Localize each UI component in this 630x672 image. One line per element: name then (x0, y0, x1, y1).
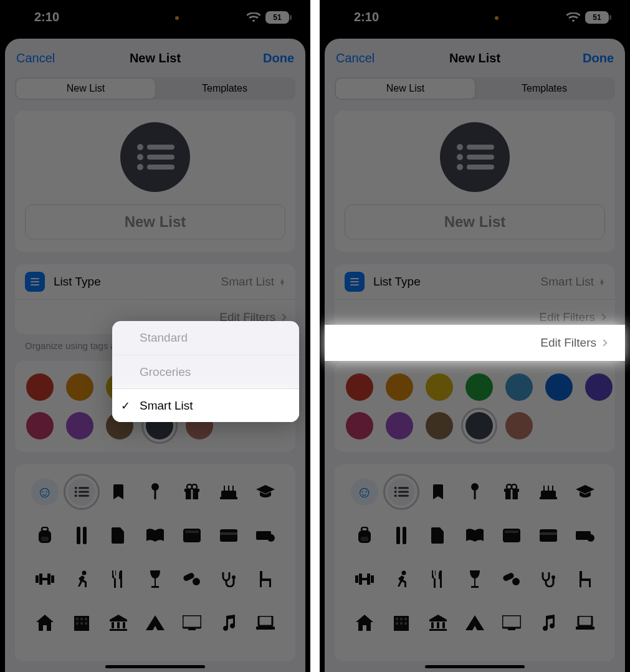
dumbbell-icon[interactable] (31, 565, 59, 593)
fork-knife-icon[interactable] (424, 565, 452, 593)
done-button[interactable]: Done (571, 39, 625, 77)
graduation-icon[interactable] (571, 478, 599, 506)
color-violet[interactable] (386, 412, 413, 439)
pills-icon[interactable] (498, 565, 525, 593)
bookmark-icon[interactable] (105, 478, 132, 506)
pills-icon[interactable] (178, 565, 206, 593)
music-icon[interactable] (215, 609, 242, 636)
tv-icon[interactable] (178, 609, 206, 636)
svg-point-11 (74, 491, 77, 493)
menu-item-standard[interactable]: Standard (112, 321, 299, 355)
book-icon[interactable] (461, 522, 489, 549)
house-icon[interactable] (351, 609, 378, 636)
list-icon[interactable] (388, 478, 415, 506)
color-pink[interactable] (346, 412, 373, 439)
building-icon[interactable] (388, 609, 415, 636)
menu-item-groceries[interactable]: Groceries (112, 355, 299, 388)
svg-rect-14 (79, 495, 89, 497)
list-icon[interactable] (68, 478, 95, 506)
list-name-input[interactable]: New List (345, 204, 605, 239)
building-icon[interactable] (68, 609, 95, 636)
tent-icon[interactable] (461, 609, 489, 636)
wineglass-icon[interactable] (141, 565, 169, 593)
cancel-button[interactable]: Cancel (5, 39, 66, 77)
color-orange[interactable] (66, 373, 93, 401)
edit-filters-highlight[interactable]: Edit Filters (325, 325, 625, 361)
list-type-row[interactable]: List Type Smart List ▲▼ (335, 264, 615, 299)
gift-icon[interactable] (178, 478, 206, 506)
emoji-picker-button[interactable]: ☺ (31, 478, 59, 506)
cake-icon[interactable] (215, 478, 242, 506)
gift-icon[interactable] (498, 478, 525, 506)
backpack-icon[interactable] (351, 522, 378, 549)
creditcard-icon[interactable] (215, 522, 242, 549)
color-green[interactable] (465, 373, 493, 401)
home-indicator[interactable] (425, 665, 525, 668)
money-icon[interactable] (252, 522, 279, 549)
chair-icon[interactable] (571, 565, 599, 593)
laptop-icon[interactable] (571, 609, 599, 636)
emoji-picker-button[interactable]: ☺ (351, 478, 378, 506)
mode-segmented-control[interactable]: New List Templates (15, 77, 295, 100)
pin-icon[interactable] (461, 478, 489, 506)
color-rose[interactable] (505, 412, 533, 439)
svg-point-21 (192, 484, 197, 489)
money-icon[interactable] (571, 522, 599, 549)
fork-knife-icon[interactable] (105, 565, 132, 593)
graduation-icon[interactable] (252, 478, 279, 506)
segment-templates[interactable]: Templates (155, 79, 294, 98)
dumbbell-icon[interactable] (351, 565, 378, 593)
laptop-icon[interactable] (252, 609, 279, 636)
icon-picker-card: ☺ (335, 464, 615, 661)
tray-icon[interactable] (178, 522, 206, 549)
color-blue[interactable] (545, 373, 573, 401)
bank-icon[interactable] (105, 609, 132, 636)
backpack-icon[interactable] (31, 522, 59, 549)
ruler-icon[interactable] (68, 522, 95, 549)
tv-icon[interactable] (498, 609, 525, 636)
segment-new-list[interactable]: New List (336, 79, 475, 98)
color-red[interactable] (346, 373, 373, 401)
svg-rect-60 (123, 622, 125, 628)
list-name-input[interactable]: New List (25, 204, 285, 239)
segment-templates[interactable]: Templates (475, 79, 614, 98)
svg-rect-55 (76, 622, 79, 625)
color-red[interactable] (26, 373, 54, 401)
stethoscope-icon[interactable] (215, 565, 242, 593)
chair-icon[interactable] (252, 565, 279, 593)
document-icon[interactable] (105, 522, 132, 549)
book-icon[interactable] (141, 522, 169, 549)
wineglass-icon[interactable] (461, 565, 489, 593)
menu-item-smart-list[interactable]: ✓ Smart List (112, 388, 299, 422)
color-lightblue[interactable] (505, 373, 533, 401)
color-purple[interactable] (585, 373, 613, 401)
bank-icon[interactable] (424, 609, 452, 636)
cancel-button[interactable]: Cancel (325, 39, 386, 77)
segment-new-list[interactable]: New List (16, 79, 155, 98)
color-graphite[interactable] (465, 412, 493, 439)
stethoscope-icon[interactable] (535, 565, 562, 593)
pin-icon[interactable] (141, 478, 169, 506)
list-type-label: List Type (54, 275, 221, 289)
tent-icon[interactable] (141, 609, 169, 636)
done-button[interactable]: Done (252, 39, 305, 77)
cake-icon[interactable] (535, 478, 562, 506)
color-orange[interactable] (386, 373, 413, 401)
list-type-row[interactable]: List Type Smart List ▲▼ (15, 264, 295, 299)
home-indicator[interactable] (105, 665, 205, 668)
running-icon[interactable] (68, 565, 95, 593)
ruler-icon[interactable] (388, 522, 415, 549)
color-brown[interactable] (426, 412, 453, 439)
document-icon[interactable] (424, 522, 452, 549)
running-icon[interactable] (388, 565, 415, 593)
creditcard-icon[interactable] (535, 522, 562, 549)
house-icon[interactable] (31, 609, 59, 636)
tray-icon[interactable] (498, 522, 525, 549)
svg-rect-54 (85, 618, 87, 620)
color-pink[interactable] (26, 412, 54, 439)
color-yellow[interactable] (426, 373, 453, 401)
music-icon[interactable] (535, 609, 562, 636)
color-violet[interactable] (66, 412, 93, 439)
mode-segmented-control[interactable]: New List Templates (335, 77, 615, 100)
bookmark-icon[interactable] (424, 478, 452, 506)
